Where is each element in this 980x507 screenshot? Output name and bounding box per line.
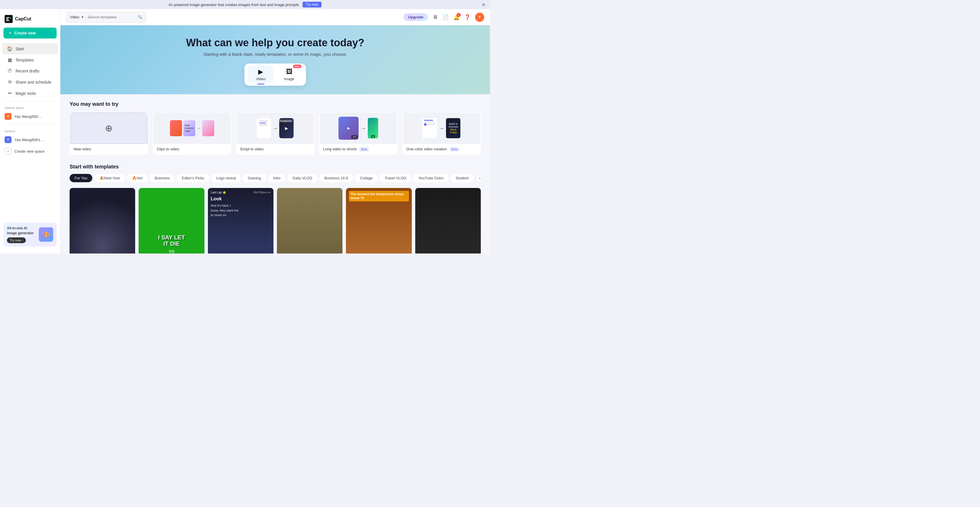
image-tab-label: Image [284, 77, 294, 81]
sidebar-item-start[interactable]: 🏠 Start [2, 43, 58, 54]
sidebar: CapCut ＋ Create new 🏠 Start ▦ Templates … [0, 9, 60, 253]
long-arrow-icon: → [360, 125, 366, 132]
space-avatar-yao: Y [5, 136, 11, 143]
sidebar-divider-1 [5, 101, 56, 102]
notification-icon[interactable]: 🔔 1 [453, 14, 460, 21]
video-tab-label: Video [256, 77, 266, 81]
desktop-icon[interactable]: 🖥 [433, 14, 438, 20]
try-card-one-click[interactable]: → Back toSuccessBlackFriday One–click vi… [402, 112, 481, 155]
tag-pill-business-169[interactable]: Business 16:9 [320, 174, 353, 182]
home-icon: 🏠 [7, 46, 13, 51]
sidebar-item-share-schedule[interactable]: ⟳ Share and schedule [2, 76, 58, 87]
default-space-name: Yao Wang858'... [14, 114, 41, 119]
magic-icon: ✏ [7, 91, 13, 96]
tag-pill-student[interactable]: Student [451, 174, 474, 182]
ai-banner-illustration: 🎨 [39, 227, 53, 242]
one-click-img: → Back toSuccessBlackFriday [403, 112, 480, 144]
template-grid: PHOTO 2 I SAY LETIT DIE YOPH Last Lap ⭐ [70, 188, 481, 253]
tag-pill-editors-picks[interactable]: Editor's Picks [177, 174, 209, 182]
share-icon: ⟳ [7, 79, 13, 85]
tag-pill-intro[interactable]: Intro [268, 174, 286, 182]
tag-pill-travel-vlog[interactable]: Travel VLOG [380, 174, 411, 182]
banner-try-now-button[interactable]: Try now [302, 2, 321, 8]
try-card-long-to-shorts[interactable]: ▶ 92s → 8s Long video to shorts Beta [319, 112, 398, 155]
main-content: Video ▼ 🔍 Upgrade 🖥 📄 🔔 1 ❓ Y What can w [60, 9, 490, 253]
banner-text: AI–powered image generator that creates … [169, 3, 299, 7]
templates-icon: ▦ [7, 57, 13, 63]
tag-more-button[interactable]: › [476, 174, 481, 182]
tag-pill-youtube-outro[interactable]: YouTube Outro [414, 174, 448, 182]
search-input[interactable] [88, 15, 136, 19]
try-card-clips-to-video[interactable]: NewFashionStyle → Clips to video [153, 112, 231, 155]
template-card-3[interactable]: Last Lap ⭐ Rod Wave ••• Look And it's ha… [208, 188, 274, 253]
create-new-space-item[interactable]: + Create new space [0, 145, 60, 157]
search-icon: 🔍 [138, 15, 142, 19]
ai-banner-title: All-in-one AI image generator [7, 226, 37, 236]
tag-pill-new-year[interactable]: 🎉New Year [95, 174, 125, 182]
long-to-shorts-label: Long video to shorts Beta [320, 144, 397, 154]
tag-pill-logo-reveal[interactable]: Logo reveal [212, 174, 241, 182]
create-space-label: Create new space [14, 149, 45, 154]
oneclick-arrow-icon: → [439, 125, 444, 132]
script-to-video-label: Script to video [236, 144, 314, 154]
ai-banner-content: All-in-one AI image generator Try now › [7, 226, 37, 243]
sidebar-item-recent-drafts[interactable]: ⏱ Recent drafts [2, 65, 58, 76]
tag-pill-business[interactable]: Business [150, 174, 175, 182]
tag-pill-daily-vlog[interactable]: Daily VLOG [288, 174, 317, 182]
template-card-4[interactable]: Imagine God saying this to you... [277, 188, 342, 253]
template-card-5[interactable]: The moment the temperature drops below 7… [346, 188, 412, 253]
content-area: You may want to try ⊕ New video N [60, 94, 490, 253]
sidebar-item-magic-tools[interactable]: ✏ Magic tools [2, 87, 58, 99]
new-video-label: New video [70, 144, 148, 154]
hero-tabs: ▶ Video New 🖼 Image [66, 64, 484, 86]
long-to-shorts-content: ▶ 92s → 8s [339, 117, 378, 140]
help-icon[interactable]: ❓ [464, 14, 471, 21]
hero-subtitle: Starting with a blank slate, ready templ… [66, 52, 484, 57]
create-new-button[interactable]: ＋ Create new [3, 28, 57, 38]
upgrade-button[interactable]: Upgrade [403, 13, 428, 21]
hero-title: What can we help you create today? [66, 37, 484, 49]
template-3-look: Look [211, 196, 270, 202]
try-card-new-video[interactable]: ⊕ New video [70, 112, 148, 155]
script-arrow-icon: → [272, 125, 278, 132]
space-name-yao: Yao Wang858's ... [14, 138, 44, 142]
script-video-thumb: ▶ Sunglasses [279, 118, 294, 138]
banner-close-button[interactable]: ✕ [482, 2, 485, 8]
document-icon[interactable]: 📄 [442, 14, 449, 21]
ai-banner: All-in-one AI image generator Try now › … [3, 223, 57, 246]
hero-tab-video[interactable]: ▶ Video [248, 66, 274, 83]
template-3-body: And it's hard, Iknow, they want meto mov… [211, 203, 270, 218]
space-item-yao[interactable]: Y Yao Wang858's ... [0, 134, 60, 145]
new-video-card-img: ⊕ [70, 112, 148, 144]
new-video-plus-icon: ⊕ [105, 123, 113, 134]
template-card-2[interactable]: I SAY LETIT DIE YOPH [138, 188, 204, 253]
tag-pills-container: For You 🎉New Year 🔥Hot Business Editor's… [70, 174, 481, 182]
tag-pill-collage[interactable]: Collage [355, 174, 377, 182]
clips-arrow-icon: → [196, 126, 201, 131]
hero-banner: What can we help you create today? Start… [60, 25, 490, 94]
tag-pill-hot[interactable]: 🔥Hot [127, 174, 147, 182]
clock-icon: ⏱ [7, 68, 13, 73]
tag-pill-for-you[interactable]: For You [70, 174, 92, 182]
hero-tab-container: ▶ Video New 🖼 Image [244, 64, 305, 86]
script-doc-icon [257, 118, 271, 138]
clips-to-video-img: NewFashionStyle → [153, 112, 231, 144]
search-bar[interactable]: Video ▼ 🔍 [66, 12, 146, 23]
template-card-6[interactable]: FLASH [415, 188, 481, 253]
header-right: Upgrade 🖥 📄 🔔 1 ❓ Y [403, 13, 484, 22]
default-space-item[interactable]: Y Yao Wang858'... [0, 111, 60, 122]
user-avatar[interactable]: Y [475, 13, 484, 22]
hero-tab-image[interactable]: New 🖼 Image [276, 66, 302, 83]
script-to-video-img: → ▶ Sunglasses [236, 112, 314, 144]
try-card-script-to-video[interactable]: → ▶ Sunglasses Script to video [236, 112, 314, 155]
clip-thumb-3 [202, 120, 214, 136]
sidebar-item-templates[interactable]: ▦ Templates [2, 54, 58, 65]
one-click-content: → Back toSuccessBlackFriday [422, 118, 460, 138]
logo-text: CapCut [15, 16, 31, 22]
try-section-title: You may want to try [70, 101, 481, 107]
clips-card-content: NewFashionStyle → [170, 120, 214, 136]
template-card-1[interactable]: PHOTO 2 [70, 188, 135, 253]
ai-banner-try-button[interactable]: Try now › [7, 237, 26, 243]
tag-pill-gaming[interactable]: Gaming [243, 174, 266, 182]
svg-rect-0 [5, 15, 13, 23]
